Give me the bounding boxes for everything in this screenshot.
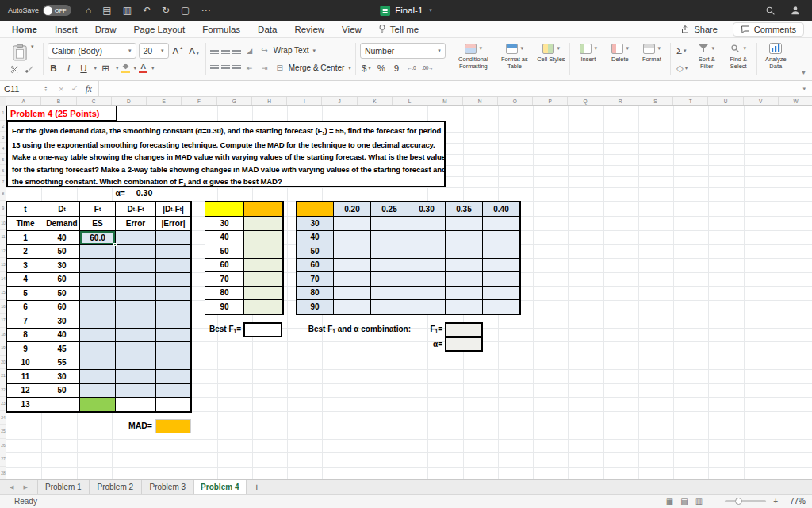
row-header-19[interactable]: 19 — [0, 341, 6, 356]
row-header-7[interactable]: 7 — [0, 176, 6, 187]
zoom-out-button[interactable]: — — [710, 497, 718, 506]
twoway-mad-cell[interactable] — [371, 300, 408, 314]
twoway-alpha-header-cell[interactable]: 0.35 — [446, 202, 483, 217]
demand-cell[interactable]: 40 — [44, 329, 80, 343]
twoway-f1-cell[interactable]: 80 — [297, 287, 334, 301]
abs-error-cell[interactable] — [156, 384, 191, 398]
chevron-down-icon[interactable]: ▾ — [151, 65, 155, 71]
title-dropdown-icon[interactable]: ▾ — [429, 7, 432, 13]
period-cell[interactable]: 4 — [7, 273, 44, 287]
row-header-18[interactable]: 18 — [0, 328, 6, 342]
twoway-mad-cell[interactable] — [334, 272, 371, 287]
zoom-slider[interactable] — [725, 500, 766, 502]
column-header-B[interactable]: B — [41, 97, 76, 105]
column-header-K[interactable]: K — [358, 97, 393, 105]
twoway-mad-cell[interactable] — [408, 231, 446, 245]
cancel-icon[interactable]: × — [59, 84, 63, 94]
align-middle-icon[interactable] — [221, 48, 230, 54]
forecast-cell[interactable] — [80, 314, 116, 329]
menu-tab-insert[interactable]: Insert — [46, 25, 86, 34]
column-header-O[interactable]: O — [498, 97, 533, 105]
twoway-mad-cell[interactable] — [408, 300, 446, 314]
borders-icon[interactable]: ⊞ — [99, 61, 112, 75]
twoway-mad-cell[interactable] — [446, 244, 483, 259]
decrease-indent-icon[interactable]: ⇤ — [243, 61, 256, 75]
forecast-cell[interactable] — [80, 287, 116, 301]
abs-error-cell[interactable] — [156, 398, 191, 412]
main-table-header[interactable]: Time — [7, 217, 44, 231]
row-header-17[interactable]: 17 — [0, 314, 6, 328]
align-bottom-icon[interactable] — [232, 48, 241, 54]
twoway-mad-cell[interactable] — [483, 259, 520, 273]
page-break-view-icon[interactable]: ▥ — [695, 497, 703, 506]
sheet-tab-problem-3[interactable]: Problem 3 — [142, 480, 194, 494]
main-table-header[interactable]: Ft — [80, 202, 116, 217]
zoom-level[interactable]: 77% — [785, 497, 806, 506]
twoway-mad-cell[interactable] — [446, 287, 483, 301]
forecast-cell[interactable] — [80, 301, 116, 315]
error-cell[interactable] — [116, 370, 156, 384]
insert-cells-button[interactable]: ▾ Insert — [573, 41, 604, 77]
menu-tab-draw[interactable]: Draw — [86, 25, 125, 34]
twoway-mad-cell[interactable] — [483, 300, 520, 314]
cut-button[interactable] — [8, 64, 21, 75]
demand-cell[interactable]: 50 — [44, 384, 80, 398]
twoway-mad-cell[interactable] — [483, 287, 520, 301]
menu-tab-formulas[interactable]: Formulas — [193, 25, 249, 34]
combo-alpha-cell[interactable] — [445, 337, 483, 352]
oneway-mad-cell[interactable] — [244, 231, 283, 245]
twoway-alpha-header-cell[interactable]: 0.20 — [334, 202, 371, 217]
error-cell[interactable] — [116, 273, 156, 287]
chevron-down-icon[interactable]: ▾ — [348, 65, 351, 71]
column-header-M[interactable]: M — [427, 97, 462, 105]
row-header-4[interactable]: 4 — [0, 143, 6, 154]
error-cell[interactable] — [116, 356, 156, 371]
merge-center-icon[interactable]: ⊟ — [274, 61, 286, 75]
twoway-mad-cell[interactable] — [483, 231, 520, 245]
chevron-down-icon[interactable]: ▾ — [134, 65, 137, 71]
error-cell[interactable] — [116, 231, 156, 245]
fill-color-button[interactable] — [121, 63, 130, 73]
demand-cell[interactable]: 45 — [44, 342, 80, 356]
menu-tab-page-layout[interactable]: Page Layout — [125, 25, 194, 34]
forecast-cell[interactable] — [80, 370, 116, 384]
twoway-f1-cell[interactable]: 40 — [297, 231, 334, 245]
oneway-f1-cell[interactable]: 30 — [205, 217, 244, 231]
align-center-icon[interactable] — [221, 65, 230, 71]
sheet-tab-problem-1[interactable]: Problem 1 — [37, 480, 90, 494]
forecast-cell[interactable] — [80, 245, 116, 260]
twoway-mad-cell[interactable] — [483, 272, 520, 287]
text-orientation-icon[interactable]: ◢ — [243, 44, 256, 58]
increase-decimal-button[interactable]: ←.0 — [405, 61, 418, 75]
oneway-mad-cell[interactable] — [244, 259, 283, 273]
increase-font-size-button[interactable]: A▲ — [171, 44, 186, 58]
row-header-14[interactable]: 14 — [0, 272, 6, 287]
demand-cell[interactable]: 30 — [44, 370, 80, 384]
oneway-f1-cell[interactable]: 50 — [205, 244, 244, 259]
forecast-cell[interactable] — [80, 273, 116, 287]
autosave-switch[interactable]: OFF — [43, 5, 71, 16]
wrap-text-icon[interactable]: ↪ — [259, 44, 271, 58]
error-cell[interactable] — [116, 314, 156, 329]
demand-cell[interactable]: 60 — [44, 273, 80, 287]
formula-bar-expand-icon[interactable]: ▾ — [796, 86, 812, 92]
oneway-mad-cell[interactable] — [244, 244, 283, 259]
forecast-cell[interactable] — [80, 398, 116, 412]
error-cell[interactable] — [116, 398, 156, 412]
abs-error-cell[interactable] — [156, 314, 191, 329]
period-cell[interactable]: 10 — [7, 356, 44, 371]
oneway-f1-cell[interactable]: 80 — [205, 287, 244, 301]
search-icon[interactable] — [765, 6, 776, 16]
menu-tab-data[interactable]: Data — [249, 25, 285, 34]
twoway-mad-cell[interactable] — [334, 231, 371, 245]
row-header-12[interactable]: 12 — [0, 244, 6, 259]
row-header-22[interactable]: 22 — [0, 383, 6, 398]
column-header-D[interactable]: D — [112, 97, 147, 105]
column-header-C[interactable]: C — [77, 97, 112, 105]
sort-filter-button[interactable]: ▾ Sort & Filter — [691, 41, 722, 77]
period-cell[interactable]: 5 — [7, 287, 44, 301]
row-header-23[interactable]: 23 — [0, 397, 6, 411]
main-table-header[interactable]: ES — [80, 217, 116, 231]
prev-sheet-icon[interactable]: ◀ — [10, 484, 13, 491]
demand-cell[interactable] — [44, 398, 80, 412]
